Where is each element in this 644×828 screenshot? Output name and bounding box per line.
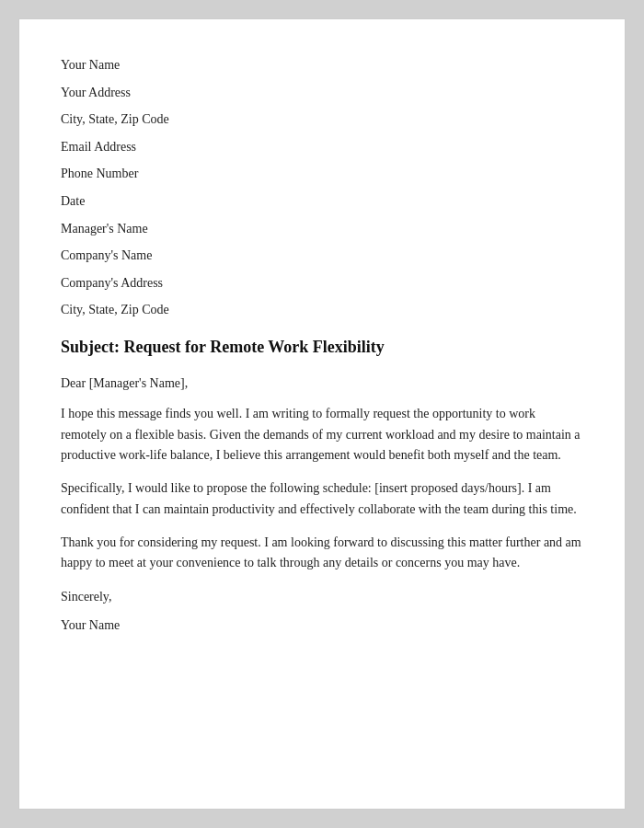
recipient-manager-name: Manager's Name: [61, 220, 583, 238]
sender-city-state-zip: City, State, Zip Code: [61, 110, 583, 129]
paragraph-3: Thank you for considering my request. I …: [61, 533, 583, 574]
signature: Your Name: [61, 615, 583, 635]
sender-name: Your Name: [61, 56, 583, 75]
sender-phone: Phone Number: [61, 165, 583, 183]
subject-line: Subject: Request for Remote Work Flexibi…: [61, 336, 583, 359]
recipient-city-state-zip: City, State, Zip Code: [61, 301, 583, 319]
recipient-company-name: Company's Name: [61, 247, 583, 265]
closing: Sincerely,: [61, 587, 583, 606]
recipient-company-address: Company's Address: [61, 274, 583, 293]
paragraph-2: Specifically, I would like to propose th…: [61, 478, 583, 520]
sender-email: Email Address: [61, 138, 583, 156]
sender-address: Your Address: [61, 84, 583, 102]
paragraph-1: I hope this message finds you well. I am…: [61, 404, 583, 466]
salutation: Dear [Manager's Name],: [61, 374, 583, 393]
letter-date: Date: [61, 192, 583, 211]
letter-document: Your Name Your Address City, State, Zip …: [18, 18, 626, 810]
